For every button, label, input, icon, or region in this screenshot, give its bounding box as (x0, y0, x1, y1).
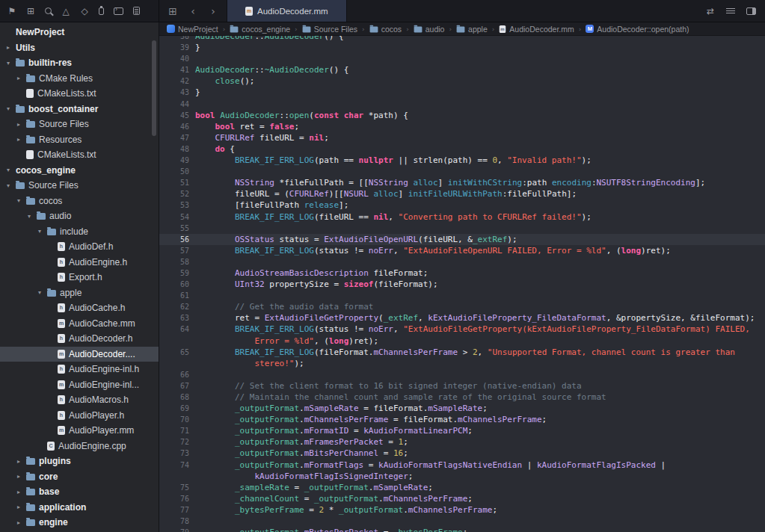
tree-item-utils[interactable]: ▸Utils (0, 40, 159, 56)
tree-item-audiodecoder-h[interactable]: hAudioDecoder.h (0, 331, 159, 347)
chevron-down-icon[interactable]: ▾ (4, 167, 12, 173)
tree-item-export-h[interactable]: hExport.h (0, 270, 159, 285)
chevron-right-icon[interactable]: ▸ (15, 473, 22, 480)
tree-item-engine[interactable]: ▸engine (0, 515, 159, 531)
tree-item-audiomacros-h[interactable]: hAudioMacros.h (0, 392, 159, 408)
code-line-55[interactable]: 55 (159, 223, 765, 234)
tree-item-audioplayer-h[interactable]: hAudioPlayer.h (0, 408, 159, 424)
code-line-39[interactable]: 39} (159, 42, 765, 53)
tree-item-cmakelists-txt[interactable]: CMakeLists.txt (0, 147, 159, 163)
chevron-down-icon[interactable]: ▾ (4, 105, 12, 112)
code-line-59[interactable]: 59 AudioStreamBasicDescription fileForma… (159, 267, 765, 279)
code-line-46[interactable]: 46 bool ret = false; (159, 121, 765, 132)
code-scroll[interactable]: 38AudioDecoder::AudioDecoder() {39}4041A… (159, 36, 765, 532)
code-line-65[interactable]: 65 BREAK_IF_ERR_LOG(fileFormat.mChannels… (159, 347, 765, 358)
tree-item-core[interactable]: ▸core (0, 469, 159, 485)
code-line-67[interactable]: 67 // Set the client format to 16 bit si… (159, 380, 765, 392)
back-icon[interactable]: ‹ (188, 6, 197, 16)
code-line-76[interactable]: 76 _channelCount = _outputFormat.mChanne… (159, 493, 765, 504)
code-line-63[interactable]: 63 ret = ExtAudioFileGetProperty(_extRef… (159, 312, 765, 324)
tree-item-audiocache-mm[interactable]: mAudioCache.mm (0, 316, 159, 332)
code-line-40[interactable]: 40 (159, 53, 765, 64)
search-icon[interactable] (45, 7, 52, 14)
tree-item-include[interactable]: ▾include (0, 224, 159, 240)
tree-item-cmakelists-txt[interactable]: CMakeLists.txt (0, 86, 159, 102)
breadcrumb-item[interactable]: apple (456, 25, 488, 34)
tab-audiodecoder-mm[interactable]: m AudioDecoder.mm (227, 0, 347, 22)
code-line-79[interactable]: 79 _outputFormat.mBytesPerPacket = _byte… (159, 527, 765, 532)
tree-item-resources[interactable]: ▸Resources (0, 132, 159, 148)
code-line-wrap[interactable]: stereo!"); (159, 358, 765, 369)
code-line-48[interactable]: 48 do { (159, 143, 765, 155)
code-line-77[interactable]: 77 _bytesPerFrame = 2 * _outputFormat.mC… (159, 504, 765, 516)
tree-item-audio[interactable]: ▾audio (0, 208, 159, 224)
warning-icon[interactable]: △ (61, 6, 70, 16)
breadcrumb-item[interactable]: NewProject (167, 25, 218, 34)
tree-item-audioengine-inl-h[interactable]: hAudioEngine-inl.h (0, 362, 159, 377)
breadcrumb-item[interactable]: cocos_engine (230, 25, 290, 34)
code-line-49[interactable]: 49 BREAK_IF_ERR_LOG(path == nullptr || s… (159, 155, 765, 166)
chevron-down-icon[interactable]: ▾ (36, 228, 43, 235)
tree-item-cmake-rules[interactable]: ▸CMake Rules (0, 71, 159, 87)
inspector-panel-icon[interactable] (746, 7, 756, 15)
chevron-down-icon[interactable]: ▾ (4, 60, 12, 66)
code-line-66[interactable]: 66 (159, 369, 765, 380)
code-line-78[interactable]: 78 (159, 516, 765, 527)
chevron-down-icon[interactable]: ▾ (4, 182, 12, 189)
tab-overview-icon[interactable]: ⊞ (168, 6, 177, 16)
tree-item-audiodecoder[interactable]: mAudioDecoder.... (0, 347, 159, 362)
code-line-45[interactable]: 45bool AudioDecoder::open(const char *pa… (159, 110, 765, 121)
breadcrumb-item[interactable]: cocos (369, 25, 402, 34)
breadcrumb-item[interactable]: MAudioDecoder::open(path) (586, 25, 689, 34)
tree-item-audiocache-h[interactable]: hAudioCache.h (0, 300, 159, 316)
code-line-64[interactable]: 64 BREAK_IF_ERR_LOG(status != noErr, "Ex… (159, 324, 765, 335)
code-line-52[interactable]: 52 fileURL = (CFURLRef)[[NSURL alloc] in… (159, 188, 765, 200)
code-line-73[interactable]: 73 _outputFormat.mBitsPerChannel = 16; (159, 448, 765, 459)
chevron-right-icon[interactable]: ▸ (15, 121, 22, 128)
tree-item-cocos-engine[interactable]: ▾cocos_engine (0, 163, 159, 179)
hierarchy-icon[interactable]: ⊞ (26, 6, 35, 16)
tree-item-audioengine-h[interactable]: hAudioEngine.h (0, 255, 159, 270)
chevron-down-icon[interactable]: ▾ (15, 197, 22, 204)
code-line-42[interactable]: 42 close(); (159, 75, 765, 87)
code-line-47[interactable]: 47 CFURLRef fileURL = nil; (159, 132, 765, 143)
code-line-38[interactable]: 38AudioDecoder::AudioDecoder() { (159, 36, 765, 42)
code-line-58[interactable]: 58 (159, 256, 765, 267)
document-icon[interactable] (133, 7, 140, 15)
code-line-71[interactable]: 71 _outputFormat.mFormatID = kAudioForma… (159, 425, 765, 436)
tree-item-audiodef-h[interactable]: hAudioDef.h (0, 239, 159, 255)
tree-item-apple[interactable]: ▾apple (0, 285, 159, 301)
diamond-icon[interactable]: ◇ (80, 6, 89, 16)
tree-item-plugins[interactable]: ▸plugins (0, 454, 159, 469)
breadcrumb-item[interactable]: audio (414, 25, 445, 34)
code-line-44[interactable]: 44 (159, 99, 765, 110)
forward-icon[interactable]: › (209, 6, 218, 16)
tree-item-audioengine-cpp[interactable]: CAudioEngine.cpp (0, 439, 159, 454)
minimap-lines-icon[interactable] (726, 7, 735, 14)
swap-icon[interactable]: ⇄ (706, 6, 715, 16)
code-line-62[interactable]: 62 // Get the audio data format (159, 301, 765, 312)
sidebar-scrollbar[interactable] (152, 40, 156, 136)
code-line-53[interactable]: 53 [fileFullPath release]; (159, 200, 765, 211)
tree-item-audioengine-inl[interactable]: mAudioEngine-inl... (0, 377, 159, 393)
tree-item-newproject[interactable]: NewProject (0, 25, 159, 40)
chevron-right-icon[interactable]: ▸ (4, 44, 12, 51)
code-line-43[interactable]: 43} (159, 87, 765, 98)
code-line-68[interactable]: 68 // Maintain the channel count and sam… (159, 392, 765, 403)
breadcrumb-item[interactable]: mAudioDecoder.mm (499, 25, 574, 34)
chevron-right-icon[interactable]: ▸ (15, 458, 22, 465)
flag-icon[interactable]: ⚑ (7, 6, 16, 16)
terminal-icon[interactable] (114, 7, 123, 15)
breadcrumb-item[interactable]: Source Files (302, 25, 357, 34)
tree-item-audioplayer-mm[interactable]: mAudioPlayer.mm (0, 423, 159, 439)
code-line-70[interactable]: 70 _outputFormat.mChannelsPerFrame = fil… (159, 414, 765, 425)
chevron-down-icon[interactable]: ▾ (25, 213, 33, 220)
code-line-75[interactable]: 75 _sampleRate = _outputFormat.mSampleRa… (159, 482, 765, 493)
chevron-right-icon[interactable]: ▸ (15, 136, 22, 143)
chevron-right-icon[interactable]: ▸ (15, 504, 22, 510)
tree-item-builtin-res[interactable]: ▾builtin-res (0, 55, 159, 71)
chevron-down-icon[interactable]: ▾ (36, 289, 43, 296)
chevron-right-icon[interactable]: ▸ (15, 489, 22, 495)
code-line-wrap[interactable]: Error = %ld", (long)ret); (159, 335, 765, 347)
tree-item-application[interactable]: ▸application (0, 500, 159, 516)
